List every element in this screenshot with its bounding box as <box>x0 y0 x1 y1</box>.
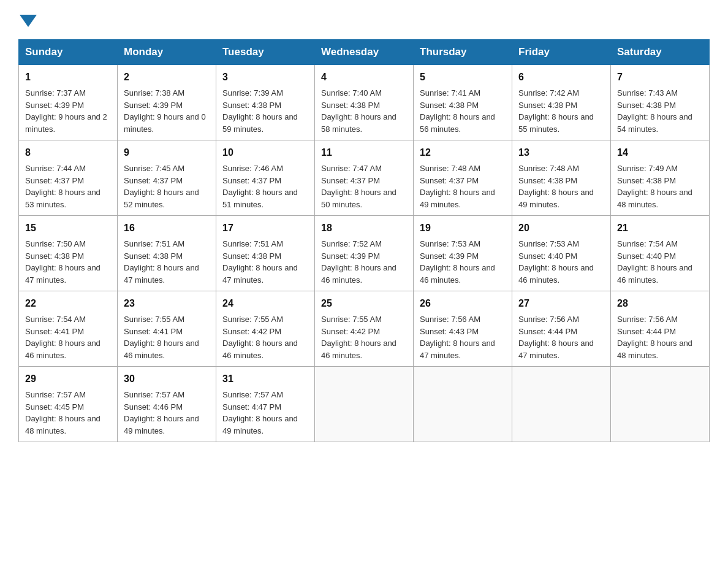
day-number: 24 <box>222 296 308 311</box>
day-info: Sunrise: 7:45 AMSunset: 4:37 PMDaylight:… <box>124 163 210 210</box>
calendar-day-cell: 31Sunrise: 7:57 AMSunset: 4:47 PMDayligh… <box>216 367 315 442</box>
day-info: Sunrise: 7:38 AMSunset: 4:39 PMDaylight:… <box>124 87 210 135</box>
calendar-day-cell: 14Sunrise: 7:49 AMSunset: 4:38 PMDayligh… <box>611 140 710 216</box>
day-info: Sunrise: 7:51 AMSunset: 4:38 PMDaylight:… <box>222 238 308 286</box>
calendar-day-cell <box>414 367 512 442</box>
day-number: 4 <box>321 70 407 85</box>
day-number: 20 <box>518 221 604 236</box>
day-info: Sunrise: 7:46 AMSunset: 4:37 PMDaylight:… <box>222 163 308 210</box>
calendar-day-cell: 21Sunrise: 7:54 AMSunset: 4:40 PMDayligh… <box>611 216 710 291</box>
day-of-week-header: Monday <box>118 40 216 65</box>
calendar-day-cell: 25Sunrise: 7:55 AMSunset: 4:42 PMDayligh… <box>315 291 414 367</box>
day-of-week-header: Tuesday <box>216 40 315 65</box>
day-info: Sunrise: 7:50 AMSunset: 4:38 PMDaylight:… <box>25 238 111 286</box>
day-info: Sunrise: 7:55 AMSunset: 4:42 PMDaylight:… <box>222 313 308 361</box>
calendar-day-cell: 6Sunrise: 7:42 AMSunset: 4:38 PMDaylight… <box>512 65 611 140</box>
calendar-day-cell: 13Sunrise: 7:48 AMSunset: 4:38 PMDayligh… <box>512 140 611 216</box>
day-number: 21 <box>617 221 703 236</box>
day-number: 19 <box>420 221 506 236</box>
calendar-day-cell: 24Sunrise: 7:55 AMSunset: 4:42 PMDayligh… <box>216 291 315 367</box>
calendar-day-cell: 11Sunrise: 7:47 AMSunset: 4:37 PMDayligh… <box>315 140 414 216</box>
calendar-day-cell: 19Sunrise: 7:53 AMSunset: 4:39 PMDayligh… <box>414 216 512 291</box>
day-number: 18 <box>321 221 407 236</box>
day-number: 29 <box>25 372 111 386</box>
day-number: 30 <box>124 372 210 386</box>
day-number: 12 <box>420 145 506 160</box>
day-number: 3 <box>222 70 308 85</box>
calendar-day-cell: 12Sunrise: 7:48 AMSunset: 4:37 PMDayligh… <box>414 140 512 216</box>
day-info: Sunrise: 7:47 AMSunset: 4:37 PMDaylight:… <box>321 163 407 210</box>
day-info: Sunrise: 7:55 AMSunset: 4:41 PMDaylight:… <box>124 313 210 361</box>
calendar-day-cell: 28Sunrise: 7:56 AMSunset: 4:44 PMDayligh… <box>611 291 710 367</box>
calendar-week-row: 29Sunrise: 7:57 AMSunset: 4:45 PMDayligh… <box>19 367 710 442</box>
calendar-day-cell: 20Sunrise: 7:53 AMSunset: 4:40 PMDayligh… <box>512 216 611 291</box>
day-number: 16 <box>124 221 210 236</box>
day-number: 26 <box>420 296 506 311</box>
day-info: Sunrise: 7:56 AMSunset: 4:44 PMDaylight:… <box>518 313 604 361</box>
calendar-day-cell: 18Sunrise: 7:52 AMSunset: 4:39 PMDayligh… <box>315 216 414 291</box>
calendar-day-cell: 30Sunrise: 7:57 AMSunset: 4:46 PMDayligh… <box>118 367 216 442</box>
day-info: Sunrise: 7:56 AMSunset: 4:43 PMDaylight:… <box>420 313 506 361</box>
day-number: 11 <box>321 145 407 160</box>
day-of-week-header: Thursday <box>414 40 512 65</box>
calendar-week-row: 15Sunrise: 7:50 AMSunset: 4:38 PMDayligh… <box>19 216 710 291</box>
day-info: Sunrise: 7:52 AMSunset: 4:39 PMDaylight:… <box>321 238 407 286</box>
day-info: Sunrise: 7:41 AMSunset: 4:38 PMDaylight:… <box>420 87 506 135</box>
day-info: Sunrise: 7:48 AMSunset: 4:38 PMDaylight:… <box>518 163 604 210</box>
calendar-day-cell: 23Sunrise: 7:55 AMSunset: 4:41 PMDayligh… <box>118 291 216 367</box>
calendar-week-row: 22Sunrise: 7:54 AMSunset: 4:41 PMDayligh… <box>19 291 710 367</box>
day-info: Sunrise: 7:42 AMSunset: 4:38 PMDaylight:… <box>518 87 604 135</box>
calendar-day-cell <box>512 367 611 442</box>
day-number: 17 <box>222 221 308 236</box>
calendar-day-cell: 2Sunrise: 7:38 AMSunset: 4:39 PMDaylight… <box>118 65 216 140</box>
calendar-day-cell: 10Sunrise: 7:46 AMSunset: 4:37 PMDayligh… <box>216 140 315 216</box>
day-info: Sunrise: 7:37 AMSunset: 4:39 PMDaylight:… <box>25 87 111 135</box>
day-of-week-header: Friday <box>512 40 611 65</box>
day-info: Sunrise: 7:49 AMSunset: 4:38 PMDaylight:… <box>617 163 703 210</box>
day-number: 2 <box>124 70 210 85</box>
day-of-week-header: Wednesday <box>315 40 414 65</box>
day-number: 8 <box>25 145 111 160</box>
day-number: 14 <box>617 145 703 160</box>
day-number: 15 <box>25 221 111 236</box>
logo-triangle-icon <box>20 15 37 27</box>
calendar-day-cell <box>315 367 414 442</box>
day-number: 6 <box>518 70 604 85</box>
day-number: 28 <box>617 296 703 311</box>
day-number: 1 <box>25 70 111 85</box>
day-info: Sunrise: 7:53 AMSunset: 4:39 PMDaylight:… <box>420 238 506 286</box>
calendar-day-cell: 8Sunrise: 7:44 AMSunset: 4:37 PMDaylight… <box>19 140 118 216</box>
day-info: Sunrise: 7:40 AMSunset: 4:38 PMDaylight:… <box>321 87 407 135</box>
day-info: Sunrise: 7:54 AMSunset: 4:40 PMDaylight:… <box>617 238 703 286</box>
day-info: Sunrise: 7:53 AMSunset: 4:40 PMDaylight:… <box>518 238 604 286</box>
day-info: Sunrise: 7:57 AMSunset: 4:47 PMDaylight:… <box>222 389 308 437</box>
day-number: 7 <box>617 70 703 85</box>
calendar-day-cell: 17Sunrise: 7:51 AMSunset: 4:38 PMDayligh… <box>216 216 315 291</box>
logo <box>18 12 38 27</box>
calendar-week-row: 8Sunrise: 7:44 AMSunset: 4:37 PMDaylight… <box>19 140 710 216</box>
day-number: 27 <box>518 296 604 311</box>
calendar-day-cell: 5Sunrise: 7:41 AMSunset: 4:38 PMDaylight… <box>414 65 512 140</box>
day-info: Sunrise: 7:54 AMSunset: 4:41 PMDaylight:… <box>25 313 111 361</box>
page-header <box>18 12 710 27</box>
day-of-week-header: Saturday <box>611 40 710 65</box>
calendar-day-cell: 9Sunrise: 7:45 AMSunset: 4:37 PMDaylight… <box>118 140 216 216</box>
calendar-day-cell: 29Sunrise: 7:57 AMSunset: 4:45 PMDayligh… <box>19 367 118 442</box>
day-info: Sunrise: 7:57 AMSunset: 4:45 PMDaylight:… <box>25 389 111 437</box>
day-info: Sunrise: 7:43 AMSunset: 4:38 PMDaylight:… <box>617 87 703 135</box>
day-info: Sunrise: 7:55 AMSunset: 4:42 PMDaylight:… <box>321 313 407 361</box>
calendar-day-cell: 16Sunrise: 7:51 AMSunset: 4:38 PMDayligh… <box>118 216 216 291</box>
calendar-day-cell: 22Sunrise: 7:54 AMSunset: 4:41 PMDayligh… <box>19 291 118 367</box>
day-number: 22 <box>25 296 111 311</box>
day-info: Sunrise: 7:48 AMSunset: 4:37 PMDaylight:… <box>420 163 506 210</box>
calendar-day-cell: 27Sunrise: 7:56 AMSunset: 4:44 PMDayligh… <box>512 291 611 367</box>
day-number: 25 <box>321 296 407 311</box>
day-info: Sunrise: 7:57 AMSunset: 4:46 PMDaylight:… <box>124 389 210 437</box>
day-number: 31 <box>222 372 308 386</box>
calendar-day-cell: 15Sunrise: 7:50 AMSunset: 4:38 PMDayligh… <box>19 216 118 291</box>
calendar-day-cell: 1Sunrise: 7:37 AMSunset: 4:39 PMDaylight… <box>19 65 118 140</box>
day-info: Sunrise: 7:56 AMSunset: 4:44 PMDaylight:… <box>617 313 703 361</box>
calendar-header-row: SundayMondayTuesdayWednesdayThursdayFrid… <box>19 40 710 65</box>
calendar-day-cell <box>611 367 710 442</box>
day-info: Sunrise: 7:44 AMSunset: 4:37 PMDaylight:… <box>25 163 111 210</box>
